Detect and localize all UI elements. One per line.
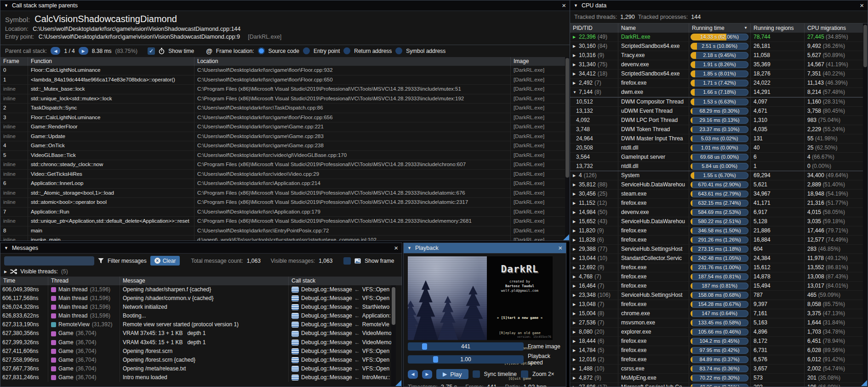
messages-scrollbar[interactable] — [391, 285, 396, 387]
sync-timeline-checkbox[interactable] — [473, 370, 480, 378]
callstack-row[interactable]: 0 Floor::CalcLightNoLuminance C:\Users\w… — [0, 66, 570, 75]
callstack-row[interactable]: inline invoke_main d:\agent\_work\63\s\s… — [0, 236, 570, 241]
expand-icon[interactable]: ▶ — [573, 272, 577, 281]
radio-entry-point[interactable] — [303, 47, 310, 54]
expand-icon[interactable]: ▶ — [4, 270, 7, 274]
callstack-icon[interactable] — [291, 357, 299, 363]
expand-icon[interactable]: ▶ — [573, 383, 577, 387]
show-frame-checkbox[interactable] — [343, 257, 351, 265]
callstack-row[interactable]: inline std::unique_lock<std::mutex>::loc… — [0, 94, 570, 104]
cpu-process-row[interactable]: ▶ 13,044 (10) StandardCollector.Servic 2… — [570, 254, 868, 263]
cpu-process-row[interactable]: ▶ 29,388 (77) ServiceHub.SettingsHost 27… — [570, 245, 868, 254]
expand-icon[interactable]: ▼ — [573, 88, 577, 97]
expand-icon[interactable]: ▶ — [573, 318, 577, 327]
collapse-icon[interactable]: ▼ — [574, 3, 578, 8]
cpu-process-row[interactable]: ▶ 23,348 (106) ServiceHub.SettingsHost 1… — [570, 291, 868, 300]
expand-icon[interactable]: ▶ — [573, 42, 577, 51]
cpu-process-row[interactable]: 3,748 DWM Token Thread 23.37 ms (0.10%) … — [570, 125, 868, 134]
message-row[interactable]: 626,024,328ns Main thread (31,596) Netwo… — [0, 303, 402, 312]
cpu-process-row[interactable]: ▶ 12,016 (2) firefox.exe 84.89 ms (0.37%… — [570, 355, 868, 364]
cpu-process-row[interactable]: 20,508 ntdll.dll 1.01 ms (0.00%) 40 25 (… — [570, 144, 868, 153]
cpu-process-row[interactable]: 4,092 DWM LPC Port Thread 29.16 ms (0.13… — [570, 116, 868, 125]
callstack-icon[interactable] — [291, 348, 299, 354]
message-row[interactable]: 627,831,246ns Game (36,704) Intro menu l… — [0, 373, 402, 382]
callstack-row[interactable]: inline std::unique_ptr<Application,std::… — [0, 217, 570, 226]
message-row[interactable]: 627,380,356ns Game (36,704) VRAM 37x45: … — [0, 329, 402, 338]
cpu-titlebar[interactable]: ▼ CPU data × — [570, 0, 868, 11]
callstack-scrollbar[interactable] — [565, 57, 570, 241]
callstack-row[interactable]: 3 Floor::CalcLightNoLuminance C:\Users\w… — [0, 113, 570, 123]
expand-icon[interactable]: ▶ — [573, 236, 577, 244]
cpu-process-row[interactable]: 10,512 DWM Compositor Thread 1.53 s (6.6… — [570, 97, 868, 107]
cpu-process-row[interactable]: ▶ 4,768 (7) firefox.exe 187.54 ms (0.81%… — [570, 272, 868, 282]
collapse-icon[interactable]: ▼ — [407, 246, 411, 250]
expand-icon[interactable]: ▶ — [573, 199, 577, 208]
expand-icon[interactable]: ▶ — [573, 208, 577, 217]
expand-icon[interactable]: ▶ — [573, 60, 577, 69]
expand-icon[interactable]: ▶ — [573, 51, 577, 60]
callstack-icon[interactable] — [291, 322, 299, 328]
expand-icon[interactable]: ▶ — [573, 374, 577, 382]
callstack-row[interactable]: 7 Application::Run C:\Users\wolf\Desktop… — [0, 208, 570, 217]
playback-titlebar[interactable]: ▼ Playback × — [404, 243, 566, 254]
message-row[interactable]: 606,049,398ns Main thread (31,596) Openi… — [0, 285, 402, 294]
cpu-process-row[interactable]: ▶ 27,696 (17) Microsoft.ServiceHub.Co 48… — [570, 383, 868, 387]
callstack-row[interactable]: 6 Application::InnerLoop C:\Users\wolf\D… — [0, 179, 570, 189]
callstack-icon[interactable] — [291, 331, 299, 337]
expand-icon[interactable]: ▶ — [573, 171, 577, 180]
scrollbar-thumb[interactable] — [392, 287, 395, 325]
expand-icon[interactable]: ▶ — [573, 217, 577, 226]
col-cpu-migrations[interactable]: CPU migrations — [805, 23, 868, 33]
cpu-process-row[interactable]: ▼ 7,144 (8) dwm.exe 1.66 s (7.18%) 14,29… — [570, 88, 868, 97]
callstack-row[interactable]: 5 VideoGLBase::Tick C:\Users\wolf\Deskto… — [0, 151, 570, 161]
callstack-icon[interactable] — [291, 313, 299, 319]
callstack-row[interactable]: inline Game::Update C:\Users\wolf\Deskto… — [0, 132, 570, 142]
col-name[interactable]: Name — [618, 23, 689, 33]
expand-icon[interactable]: ▶ — [573, 300, 577, 309]
message-row[interactable]: 627,667,736ns Game (36,704) Opening /met… — [0, 364, 402, 373]
collapse-icon[interactable]: ▼ — [4, 246, 8, 250]
cpu-process-row[interactable]: 13,132 uDWM Event Thread 68.29 ms (0.30%… — [570, 107, 868, 116]
cpu-process-row[interactable]: ▶ 16,464 (7) firefox.exe 187 ms (0.81%) … — [570, 282, 868, 291]
cpu-process-row[interactable]: ▶ 4 (126) System 1.55 s (6.70%) 69,294 3… — [570, 171, 868, 180]
expand-icon[interactable]: ▶ — [573, 254, 577, 263]
callstack-icon[interactable] — [291, 340, 299, 346]
callstack-row[interactable]: inline std::atomic<bool>::operator bool … — [0, 198, 570, 208]
cpu-process-row[interactable]: ▶ 10,316 (9) Tracy.exe 2.18 s (9.45%) 11… — [570, 51, 868, 60]
message-row[interactable]: 626,833,622ns Main thread (31,596) Booti… — [0, 312, 402, 320]
callstack-row[interactable]: 8 main C:\Users\wolf\Desktop\darkrl\src\… — [0, 226, 570, 236]
message-row[interactable]: 627,411,606ns Game (36,704) Opening /for… — [0, 347, 402, 356]
callstack-row[interactable]: inline Video::GetTicksHiRes C:\Users\wol… — [0, 170, 570, 179]
expand-icon[interactable]: ▶ — [573, 291, 577, 300]
close-icon[interactable]: × — [394, 245, 398, 251]
show-time-checkbox[interactable]: ✓ — [148, 47, 155, 55]
prev-parent-button[interactable]: ◀ — [51, 47, 60, 55]
message-row[interactable]: 627,313,190ns RemoteView (31,392) Remote… — [0, 320, 402, 329]
next-parent-button[interactable]: ▶ — [79, 47, 88, 55]
callstack-row[interactable]: 2 TaskDispatch::Sync C:\Users\wolf\Deskt… — [0, 104, 570, 113]
callstack-icon[interactable] — [291, 287, 299, 293]
cpu-process-row[interactable]: ▶ 30,456 (25) steam.exe 643.61 ms (2.79%… — [570, 190, 868, 199]
filter-input[interactable] — [4, 256, 94, 266]
expand-icon[interactable]: ▶ — [573, 263, 577, 272]
scrollbar-thumb[interactable] — [565, 58, 569, 178]
cpu-process-row[interactable]: ▶ 15,004 (8) chrome.exe 147 ms (0.64%) 7… — [570, 309, 868, 318]
expand-icon[interactable]: ▶ — [573, 79, 577, 87]
cpu-process-row[interactable]: 3,564 GameInput server 69.68 us (0.00%) … — [570, 153, 868, 162]
col-location[interactable]: Location — [194, 57, 511, 66]
cpu-process-row[interactable]: ▶ 11,820 (9) firefox.exe 346.58 ms (1.50… — [570, 226, 868, 236]
col-running-time[interactable]: Running time▼ — [689, 23, 751, 33]
expand-icon[interactable]: ▶ — [573, 282, 577, 290]
callstack-row[interactable]: inline std::_Atomic_storage<bool,1>::loa… — [0, 189, 570, 198]
frame-image-slider[interactable]: 441 — [408, 342, 524, 351]
expand-icon[interactable]: ▶ — [573, 245, 577, 254]
radio-source-code[interactable] — [258, 47, 265, 54]
col-thread[interactable]: Thread — [48, 277, 120, 285]
cpu-process-row[interactable]: ▶ 22,396 (49) DarkRL.exe 14.33 s (62.06%… — [570, 33, 868, 42]
callstack-row[interactable]: inline Game::RenderFloor C:\Users\wolf\D… — [0, 122, 570, 132]
expand-icon[interactable]: ▶ — [573, 33, 577, 41]
col-frame[interactable]: Frame — [0, 57, 28, 66]
expand-icon[interactable]: ▶ — [573, 69, 577, 78]
cpu-process-row[interactable]: ▶ 14,984 (50) devenv.exe 584.69 ms (2.53… — [570, 208, 868, 217]
radio-symbol-address[interactable] — [395, 47, 402, 54]
